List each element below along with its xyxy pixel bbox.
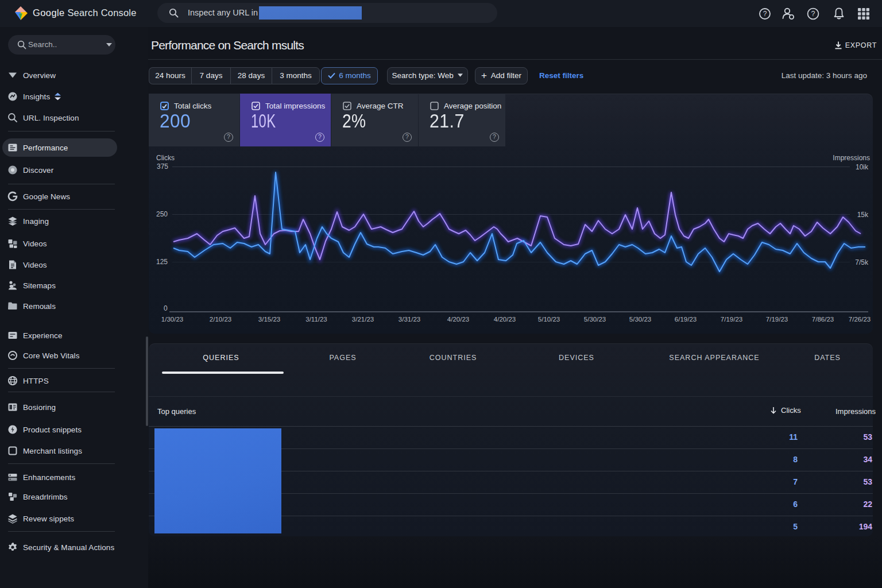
- svg-text:?: ?: [763, 10, 767, 18]
- svg-text:?: ?: [811, 10, 815, 18]
